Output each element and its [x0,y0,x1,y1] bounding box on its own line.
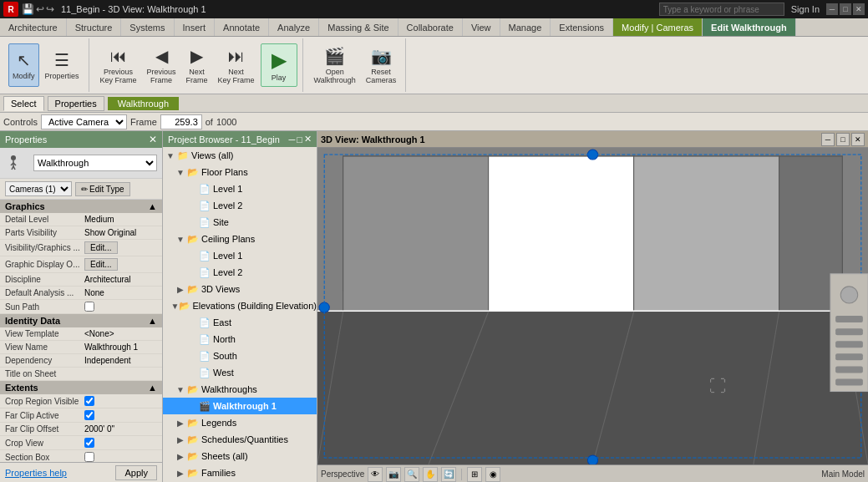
tree-elevations[interactable]: ▼ 📂 Elevations (Building Elevation) [163,297,317,314]
tab-insert[interactable]: Insert [175,18,216,36]
properties-help-link[interactable]: Properties help [5,468,115,478]
tree-walkthrough-1[interactable]: 🎬 Walkthrough 1 [163,398,317,414]
graphic-display-btn[interactable]: Edit... [84,258,118,271]
play-btn[interactable]: ▶ Play [261,43,297,87]
modify-btn[interactable]: ↖ Modify [8,43,39,87]
next-frame-btn[interactable]: ▶ NextFrame [182,43,212,87]
families-toggle[interactable]: ▶ [175,469,186,478]
viewport-canvas[interactable]: ⛶ [317,148,868,464]
extents-section[interactable]: Extents ▲ [0,381,162,394]
tab-manage[interactable]: Manage [500,18,551,36]
project-browser-close[interactable]: ✕ [304,134,312,145]
floor-plans-toggle[interactable]: ▼ [175,168,186,177]
tree-legends[interactable]: ▶ 📂 Legends [163,414,317,431]
properties-btn[interactable]: ☰ Properties [41,43,84,87]
viewport-title: 3D View: Walkthrough 1 [321,134,425,145]
tree-schedules[interactable]: ▶ 📂 Schedules/Quantities [163,431,317,448]
properties-tab[interactable]: Properties [48,96,104,111]
apply-button[interactable]: Apply [115,465,157,480]
prev-frame-label: PreviousFrame [147,68,176,84]
vis-graphics-btn[interactable]: Edit... [84,241,118,254]
active-camera-dropdown[interactable]: Active Camera [41,114,127,129]
vf-section-btn[interactable]: ⊞ [467,467,482,482]
sheets-icon: 📂 [186,449,200,463]
tab-extensions[interactable]: Extensions [551,18,613,36]
next-key-frame-btn[interactable]: ⏭ NextKey Frame [214,43,259,87]
edit-type-btn[interactable]: ✏ Edit Type [75,182,130,196]
tab-structure[interactable]: Structure [67,18,122,36]
walkthroughs-toggle[interactable]: ▼ [175,385,186,394]
far-clip-active-checkbox[interactable] [84,410,94,420]
minimize-btn[interactable]: ─ [826,3,838,15]
vp-minimize-btn[interactable]: ─ [821,133,835,146]
tab-modify-cameras[interactable]: Modify | Cameras [613,18,703,36]
quick-access-redo[interactable]: ↪ [46,3,54,15]
vf-render-btn[interactable]: ◉ [485,467,500,482]
maximize-btn[interactable]: □ [840,3,851,15]
tab-massing[interactable]: Massing & Site [319,18,398,36]
elevations-toggle[interactable]: ▼ [171,302,180,311]
tree-views-all[interactable]: ▼ 📁 Views (all) [163,147,317,164]
tree-walkthroughs[interactable]: ▼ 📂 Walkthroughs [163,381,317,398]
select-tab[interactable]: Select [3,96,44,111]
tab-view[interactable]: View [463,18,500,36]
prop-camera-select[interactable]: Cameras (1) [5,181,72,196]
legends-toggle[interactable]: ▶ [175,419,186,428]
properties-label: Properties [45,72,79,80]
vf-pan-btn[interactable]: ✋ [423,467,438,482]
tree-level-1-fp[interactable]: 📄 Level 1 [163,180,317,197]
quick-access-undo[interactable]: ↩ [36,3,44,15]
reset-cameras-btn[interactable]: 📷 ResetCameras [362,43,401,87]
identity-data-section[interactable]: Identity Data ▲ [0,314,162,327]
tree-level-2-cp[interactable]: 📄 Level 2 [163,264,317,281]
project-browser-minimize[interactable]: ─ [289,134,296,145]
crop-view-checkbox[interactable] [84,438,94,448]
close-btn[interactable]: ✕ [853,3,865,15]
prev-key-frame-btn[interactable]: ⏮ PreviousKey Frame [96,43,141,87]
tab-edit-walkthrough[interactable]: Edit Walkthrough [703,18,796,36]
sun-path-checkbox[interactable] [84,302,94,312]
section-box-checkbox[interactable] [84,452,94,462]
tab-architecture[interactable]: Architecture [0,18,67,36]
vf-camera-btn[interactable]: 📷 [386,467,401,482]
tree-level-1-cp[interactable]: 📄 Level 1 [163,247,317,264]
quick-access-save[interactable]: 💾 [22,3,34,15]
project-browser-restore[interactable]: □ [297,134,302,145]
tree-east[interactable]: 📄 East [163,314,317,331]
vf-zoom-btn[interactable]: 🔍 [404,467,419,482]
expand-icon: ▲ [148,201,157,211]
tab-systems[interactable]: Systems [121,18,174,36]
search-input[interactable] [659,3,784,16]
sheets-toggle[interactable]: ▶ [175,452,186,461]
tree-families[interactable]: ▶ 📂 Families [163,464,317,481]
svg-rect-31 [835,316,863,322]
tree-site-fp[interactable]: 📄 Site [163,214,317,231]
tree-sheets[interactable]: ▶ 📂 Sheets (all) [163,448,317,464]
frame-input[interactable] [160,114,202,129]
tab-collaborate[interactable]: Collaborate [398,18,463,36]
graphics-section[interactable]: Graphics ▲ [0,200,162,213]
tree-north[interactable]: 📄 North [163,331,317,348]
vf-orbit-btn[interactable]: 🔄 [441,467,456,482]
3d-views-toggle[interactable]: ▶ [175,285,186,294]
tab-annotate[interactable]: Annotate [215,18,269,36]
vp-close-btn[interactable]: ✕ [851,133,865,146]
tree-ceiling-plans[interactable]: ▼ 📂 Ceiling Plans [163,231,317,247]
tree-floor-plans[interactable]: ▼ 📂 Floor Plans [163,164,317,180]
sign-in-btn[interactable]: Sign In [791,4,820,14]
schedules-toggle[interactable]: ▶ [175,435,186,444]
tree-level-2-fp[interactable]: 📄 Level 2 [163,197,317,214]
tree-3d-views[interactable]: ▶ 📂 3D Views [163,281,317,297]
properties-close-btn[interactable]: ✕ [149,134,157,145]
tab-analyze[interactable]: Analyze [269,18,319,36]
prev-frame-btn[interactable]: ◀ PreviousFrame [143,43,180,87]
ceiling-plans-toggle[interactable]: ▼ [175,235,186,244]
tree-south[interactable]: 📄 South [163,348,317,364]
crop-region-visible-checkbox[interactable] [84,396,94,406]
views-all-toggle[interactable]: ▼ [165,151,176,160]
prop-type-select[interactable]: Walkthrough [33,155,157,171]
vf-eye-btn[interactable]: 👁 [368,467,383,482]
vp-restore-btn[interactable]: □ [836,133,850,146]
tree-west[interactable]: 📄 West [163,364,317,381]
open-walkthrough-btn[interactable]: 🎬 OpenWalkthrough [310,43,360,87]
